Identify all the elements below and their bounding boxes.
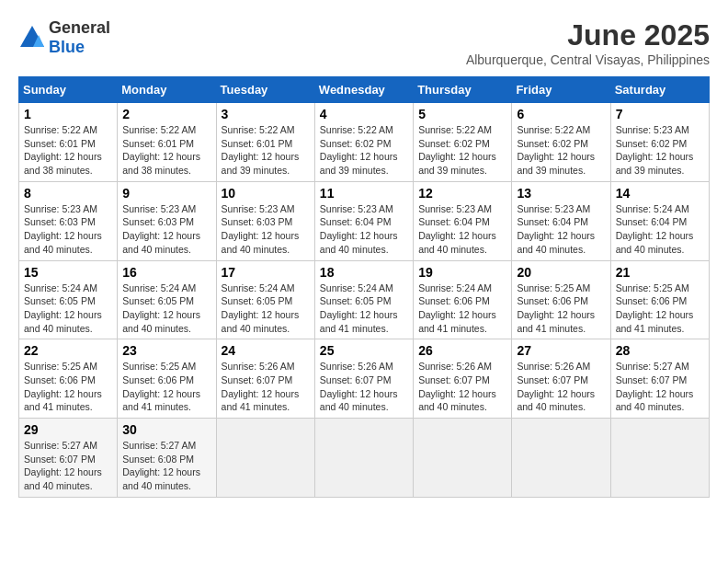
day-detail: Sunrise: 5:24 AM Sunset: 6:04 PM Dayligh…	[616, 202, 704, 257]
day-number: 30	[122, 422, 210, 437]
day-number: 29	[24, 422, 112, 437]
day-number: 14	[616, 186, 704, 201]
table-cell: 3Sunrise: 5:22 AM Sunset: 6:01 PM Daylig…	[216, 103, 314, 182]
day-detail: Sunrise: 5:24 AM Sunset: 6:05 PM Dayligh…	[122, 282, 210, 336]
table-cell: 21Sunrise: 5:25 AM Sunset: 6:06 PM Dayli…	[610, 260, 709, 339]
day-number: 26	[418, 343, 506, 358]
day-detail: Sunrise: 5:23 AM Sunset: 6:04 PM Dayligh…	[320, 202, 408, 257]
day-detail: Sunrise: 5:24 AM Sunset: 6:05 PM Dayligh…	[222, 282, 310, 336]
table-cell: 6Sunrise: 5:22 AM Sunset: 6:02 PM Daylig…	[512, 103, 610, 182]
day-number: 4	[320, 107, 408, 121]
month-title: June 2025	[466, 18, 710, 52]
table-cell: 4Sunrise: 5:22 AM Sunset: 6:02 PM Daylig…	[314, 103, 413, 182]
table-cell: 24Sunrise: 5:26 AM Sunset: 6:07 PM Dayli…	[216, 339, 314, 419]
day-detail: Sunrise: 5:22 AM Sunset: 6:02 PM Dayligh…	[517, 123, 605, 178]
day-number: 1	[24, 107, 112, 121]
table-cell: 10Sunrise: 5:23 AM Sunset: 6:03 PM Dayli…	[216, 181, 314, 260]
day-detail: Sunrise: 5:22 AM Sunset: 6:01 PM Dayligh…	[222, 123, 310, 178]
day-detail: Sunrise: 5:27 AM Sunset: 6:08 PM Dayligh…	[122, 439, 210, 493]
table-cell	[216, 419, 314, 498]
table-cell: 16Sunrise: 5:24 AM Sunset: 6:05 PM Dayli…	[118, 260, 216, 339]
day-detail: Sunrise: 5:27 AM Sunset: 6:07 PM Dayligh…	[616, 360, 704, 414]
day-detail: Sunrise: 5:25 AM Sunset: 6:06 PM Dayligh…	[24, 360, 112, 414]
table-cell: 27Sunrise: 5:26 AM Sunset: 6:07 PM Dayli…	[512, 339, 610, 419]
day-detail: Sunrise: 5:24 AM Sunset: 6:05 PM Dayligh…	[320, 282, 408, 336]
table-cell: 5Sunrise: 5:22 AM Sunset: 6:02 PM Daylig…	[414, 103, 512, 182]
day-detail: Sunrise: 5:23 AM Sunset: 6:03 PM Dayligh…	[24, 202, 112, 257]
day-detail: Sunrise: 5:23 AM Sunset: 6:02 PM Dayligh…	[616, 123, 704, 178]
day-detail: Sunrise: 5:26 AM Sunset: 6:07 PM Dayligh…	[222, 360, 310, 414]
day-detail: Sunrise: 5:22 AM Sunset: 6:02 PM Dayligh…	[320, 123, 408, 178]
table-cell: 1Sunrise: 5:22 AM Sunset: 6:01 PM Daylig…	[19, 103, 118, 182]
day-detail: Sunrise: 5:23 AM Sunset: 6:04 PM Dayligh…	[418, 202, 506, 257]
day-detail: Sunrise: 5:25 AM Sunset: 6:06 PM Dayligh…	[122, 360, 210, 414]
table-cell: 22Sunrise: 5:25 AM Sunset: 6:06 PM Dayli…	[19, 339, 118, 419]
header-saturday: Saturday	[610, 77, 709, 103]
table-cell: 26Sunrise: 5:26 AM Sunset: 6:07 PM Dayli…	[414, 339, 512, 419]
day-number: 5	[418, 107, 506, 121]
table-cell: 12Sunrise: 5:23 AM Sunset: 6:04 PM Dayli…	[414, 181, 512, 260]
day-number: 9	[122, 186, 210, 201]
table-cell: 19Sunrise: 5:24 AM Sunset: 6:06 PM Dayli…	[414, 260, 512, 339]
day-number: 21	[616, 265, 704, 280]
page-header: General Blue June 2025 Alburquerque, Cen…	[18, 18, 710, 67]
day-detail: Sunrise: 5:24 AM Sunset: 6:06 PM Dayligh…	[418, 282, 506, 336]
day-number: 23	[122, 343, 210, 358]
day-number: 25	[320, 343, 408, 358]
logo: General Blue	[18, 18, 110, 57]
title-area: June 2025 Alburquerque, Central Visayas,…	[466, 18, 710, 67]
table-cell: 18Sunrise: 5:24 AM Sunset: 6:05 PM Dayli…	[314, 260, 413, 339]
week-row-4: 22Sunrise: 5:25 AM Sunset: 6:06 PM Dayli…	[19, 339, 710, 419]
header-monday: Monday	[118, 77, 216, 103]
location-title: Alburquerque, Central Visayas, Philippin…	[466, 52, 710, 67]
header-friday: Friday	[512, 77, 610, 103]
header-row: Sunday Monday Tuesday Wednesday Thursday…	[19, 77, 710, 103]
table-cell: 15Sunrise: 5:24 AM Sunset: 6:05 PM Dayli…	[19, 260, 118, 339]
day-number: 16	[122, 265, 210, 280]
day-detail: Sunrise: 5:23 AM Sunset: 6:03 PM Dayligh…	[122, 202, 210, 257]
day-number: 8	[24, 186, 112, 201]
week-row-3: 15Sunrise: 5:24 AM Sunset: 6:05 PM Dayli…	[19, 260, 710, 339]
table-cell: 14Sunrise: 5:24 AM Sunset: 6:04 PM Dayli…	[610, 181, 709, 260]
day-detail: Sunrise: 5:22 AM Sunset: 6:01 PM Dayligh…	[24, 123, 112, 178]
table-cell	[414, 419, 512, 498]
header-thursday: Thursday	[414, 77, 512, 103]
logo-general: General	[49, 18, 110, 37]
table-cell: 23Sunrise: 5:25 AM Sunset: 6:06 PM Dayli…	[118, 339, 216, 419]
table-cell: 17Sunrise: 5:24 AM Sunset: 6:05 PM Dayli…	[216, 260, 314, 339]
day-detail: Sunrise: 5:27 AM Sunset: 6:07 PM Dayligh…	[24, 439, 112, 493]
table-cell: 13Sunrise: 5:23 AM Sunset: 6:04 PM Dayli…	[512, 181, 610, 260]
table-cell	[512, 419, 610, 498]
logo-text: General Blue	[49, 18, 110, 57]
table-cell: 2Sunrise: 5:22 AM Sunset: 6:01 PM Daylig…	[118, 103, 216, 182]
day-number: 20	[517, 265, 605, 280]
table-cell: 28Sunrise: 5:27 AM Sunset: 6:07 PM Dayli…	[610, 339, 709, 419]
week-row-5: 29Sunrise: 5:27 AM Sunset: 6:07 PM Dayli…	[19, 419, 710, 498]
day-number: 11	[320, 186, 408, 201]
day-number: 18	[320, 265, 408, 280]
day-detail: Sunrise: 5:23 AM Sunset: 6:03 PM Dayligh…	[222, 202, 310, 257]
day-detail: Sunrise: 5:25 AM Sunset: 6:06 PM Dayligh…	[517, 282, 605, 336]
day-number: 24	[222, 343, 310, 358]
day-number: 7	[616, 107, 704, 121]
day-number: 12	[418, 186, 506, 201]
week-row-2: 8Sunrise: 5:23 AM Sunset: 6:03 PM Daylig…	[19, 181, 710, 260]
day-number: 27	[517, 343, 605, 358]
day-number: 2	[122, 107, 210, 121]
day-detail: Sunrise: 5:22 AM Sunset: 6:02 PM Dayligh…	[418, 123, 506, 178]
logo-icon	[18, 24, 46, 52]
table-cell: 29Sunrise: 5:27 AM Sunset: 6:07 PM Dayli…	[19, 419, 118, 498]
day-number: 19	[418, 265, 506, 280]
table-cell: 30Sunrise: 5:27 AM Sunset: 6:08 PM Dayli…	[118, 419, 216, 498]
table-cell	[610, 419, 709, 498]
day-number: 17	[222, 265, 310, 280]
day-detail: Sunrise: 5:26 AM Sunset: 6:07 PM Dayligh…	[320, 360, 408, 414]
day-detail: Sunrise: 5:24 AM Sunset: 6:05 PM Dayligh…	[24, 282, 112, 336]
day-number: 28	[616, 343, 704, 358]
day-detail: Sunrise: 5:22 AM Sunset: 6:01 PM Dayligh…	[122, 123, 210, 178]
table-cell: 9Sunrise: 5:23 AM Sunset: 6:03 PM Daylig…	[118, 181, 216, 260]
day-detail: Sunrise: 5:26 AM Sunset: 6:07 PM Dayligh…	[517, 360, 605, 414]
week-row-1: 1Sunrise: 5:22 AM Sunset: 6:01 PM Daylig…	[19, 103, 710, 182]
calendar-table: Sunday Monday Tuesday Wednesday Thursday…	[18, 76, 710, 498]
table-cell: 20Sunrise: 5:25 AM Sunset: 6:06 PM Dayli…	[512, 260, 610, 339]
